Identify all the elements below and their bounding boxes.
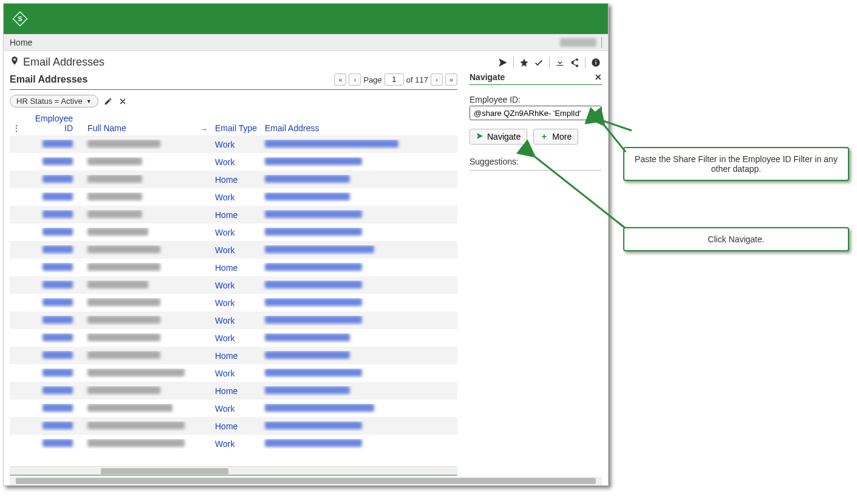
table-row[interactable]: Home	[10, 171, 457, 188]
cell-email-type: Work	[211, 369, 261, 378]
cell-employee-id	[23, 245, 84, 255]
plus-icon: ＋	[540, 131, 548, 142]
cell-email-type: Home	[211, 175, 261, 185]
cell-employee-id	[23, 192, 84, 202]
cell-email-type: Home	[211, 351, 261, 361]
employee-id-label: Employee ID:	[469, 95, 602, 104]
cell-full-name	[84, 140, 211, 149]
cell-employee-id	[23, 333, 84, 343]
check-icon[interactable]	[533, 56, 545, 69]
pager-next-button[interactable]: ›	[431, 73, 443, 86]
table-row[interactable]: Work	[10, 188, 457, 206]
table-row[interactable]: Work	[10, 400, 457, 417]
more-button[interactable]: ＋ More	[533, 129, 578, 145]
cell-full-name	[84, 157, 211, 167]
cell-email-type: Work	[211, 245, 261, 255]
table-row[interactable]: Home	[10, 382, 457, 400]
redacted-value	[43, 351, 73, 359]
cell-email-type: Work	[211, 333, 261, 343]
svg-rect-4	[595, 61, 596, 64]
pager-page-input[interactable]	[384, 73, 404, 86]
cell-full-name	[84, 210, 211, 220]
redacted-value	[265, 316, 362, 324]
pin-icon	[10, 56, 19, 69]
redacted-value	[87, 333, 160, 341]
table-row[interactable]: Home	[10, 417, 457, 435]
cell-email-type: Work	[211, 298, 261, 308]
row-actions-menu-icon[interactable]: ⋮	[10, 123, 23, 133]
redacted-value	[43, 439, 73, 447]
more-button-label: More	[552, 132, 572, 141]
breadcrumb-home[interactable]: Home	[10, 38, 32, 47]
cell-email-type: Home	[211, 421, 261, 431]
employee-id-input[interactable]	[469, 106, 602, 120]
col-email-type[interactable]: Email Type	[211, 123, 261, 133]
separator	[585, 57, 586, 68]
table-row[interactable]: Work	[10, 329, 457, 347]
redacted-value	[43, 140, 73, 148]
navigate-buttons: Navigate ＋ More	[469, 129, 602, 145]
col-employee-id[interactable]: Employee ID	[23, 114, 84, 133]
cell-employee-id	[23, 316, 84, 325]
edit-icon[interactable]	[103, 97, 113, 106]
clear-filter-icon[interactable]	[118, 97, 128, 106]
table-body[interactable]: WorkWorkHomeWorkHomeWorkWorkHomeWorkWork…	[10, 135, 457, 466]
list-title: Email Addresses	[10, 74, 87, 85]
window-hscroll[interactable]	[10, 477, 602, 485]
svg-line-8	[533, 155, 629, 231]
table-row[interactable]: Home	[10, 347, 457, 364]
table-hscroll[interactable]	[10, 466, 457, 475]
scrollbar-thumb[interactable]	[101, 468, 228, 474]
table-row[interactable]: Work	[10, 435, 457, 452]
table-row[interactable]: Work	[10, 312, 457, 329]
redacted-value	[265, 386, 350, 394]
table-row[interactable]: Work	[10, 135, 457, 153]
download-icon[interactable]	[554, 56, 566, 69]
table-row[interactable]: Home	[10, 259, 457, 276]
cell-email-address	[261, 192, 457, 202]
data-table: ⋮ Employee ID Full Name → Email Type Ema…	[10, 111, 457, 475]
navigate-icon[interactable]	[497, 56, 509, 69]
redacted-value	[43, 210, 73, 218]
annotation-callout-1: Paste the Share Filter in the Employee I…	[623, 147, 849, 181]
cell-email-address	[261, 298, 457, 308]
pager-first-button[interactable]: «	[334, 73, 346, 86]
redacted-value	[87, 228, 148, 236]
cell-employee-id	[23, 439, 84, 449]
info-icon[interactable]	[590, 56, 602, 69]
navigate-arrow-icon	[476, 132, 483, 141]
pager-prev-button[interactable]: ‹	[349, 73, 361, 86]
redacted-value	[87, 421, 185, 429]
cell-full-name	[84, 369, 211, 378]
star-icon[interactable]	[518, 56, 530, 69]
navigate-close-icon[interactable]: ✕	[595, 72, 602, 82]
scrollbar-thumb[interactable]	[16, 478, 596, 484]
redacted-value	[265, 369, 362, 376]
redacted-value	[87, 386, 160, 394]
table-row[interactable]: Home	[10, 206, 457, 223]
pager-page-label: Page	[363, 75, 381, 84]
table-row[interactable]: Work	[10, 294, 457, 312]
redacted-value	[265, 140, 398, 148]
pager: « ‹ Page of 117 › »	[334, 73, 457, 86]
table-row[interactable]: Work	[10, 153, 457, 171]
cell-email-address	[261, 245, 457, 255]
share-icon[interactable]	[568, 56, 581, 69]
cell-email-address	[261, 175, 457, 185]
redacted-value	[87, 245, 160, 253]
svg-text:S: S	[18, 15, 22, 22]
table-row[interactable]: Work	[10, 223, 457, 241]
filter-chip[interactable]: HR Status = Active ▼	[10, 95, 98, 107]
navigate-button[interactable]: Navigate	[469, 129, 527, 145]
redacted-value	[43, 281, 73, 288]
table-row[interactable]: Work	[10, 241, 457, 259]
table-row[interactable]: Work	[10, 364, 457, 382]
pager-last-button[interactable]: »	[445, 73, 457, 86]
annotation-callout-1-text: Paste the Share Filter in the Employee I…	[635, 154, 838, 174]
col-email-address[interactable]: Email Address	[261, 123, 457, 133]
col-full-name-label: Full Name	[87, 123, 126, 133]
user-name-redacted	[560, 38, 596, 47]
col-full-name[interactable]: Full Name →	[84, 123, 211, 133]
table-row[interactable]: Work	[10, 276, 457, 294]
cell-full-name	[84, 298, 211, 308]
